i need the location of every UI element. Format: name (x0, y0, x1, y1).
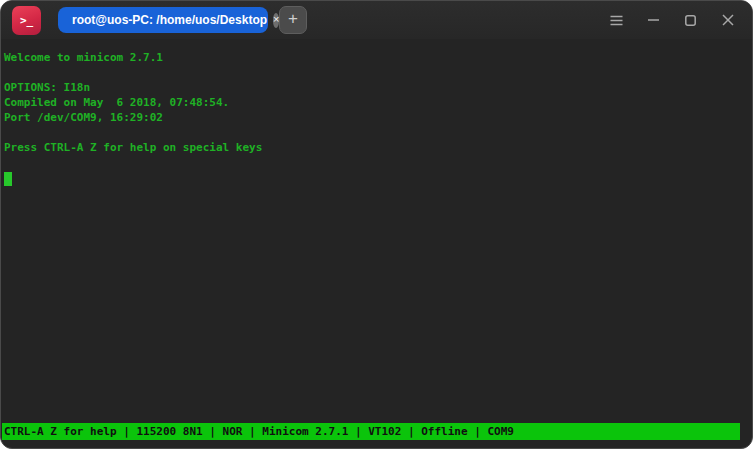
tab-label: root@uos-PC: /home/uos/Desktop (72, 13, 267, 27)
tab-root-uos-desktop[interactable]: root@uos-PC: /home/uos/Desktop × (58, 7, 268, 33)
minimize-icon (648, 19, 659, 21)
titlebar: >_ root@uos-PC: /home/uos/Desktop × + (1, 1, 752, 39)
close-button[interactable] (709, 1, 746, 39)
terminal-window: >_ root@uos-PC: /home/uos/Desktop × + (0, 0, 753, 449)
terminal-line (4, 65, 751, 80)
terminal-app-icon: >_ (12, 6, 41, 35)
minicom-statusbar: CTRL-A Z for help | 115200 8N1 | NOR | M… (2, 423, 740, 440)
close-icon (722, 14, 734, 26)
terminal-cursor (4, 172, 12, 186)
terminal-line: OPTIONS: I18n (4, 80, 751, 95)
menu-button[interactable] (598, 1, 635, 39)
maximize-icon (685, 15, 696, 26)
terminal-line: Press CTRL-A Z for help on special keys (4, 140, 751, 155)
minimize-button[interactable] (635, 1, 672, 39)
terminal-line (4, 125, 751, 140)
terminal-line: Compiled on May 6 2018, 07:48:54. (4, 95, 751, 110)
terminal-line: Welcome to minicom 2.7.1 (4, 50, 751, 65)
terminal-line: Port /dev/COM9, 16:29:02 (4, 110, 751, 125)
menu-icon (610, 15, 623, 26)
maximize-button[interactable] (672, 1, 709, 39)
terminal-line (4, 155, 751, 170)
terminal-icon-glyph: >_ (20, 14, 33, 27)
terminal-output[interactable]: Welcome to minicom 2.7.1 OPTIONS: I18n C… (2, 39, 751, 440)
window-controls (598, 1, 746, 39)
new-tab-button[interactable]: + (279, 6, 307, 34)
